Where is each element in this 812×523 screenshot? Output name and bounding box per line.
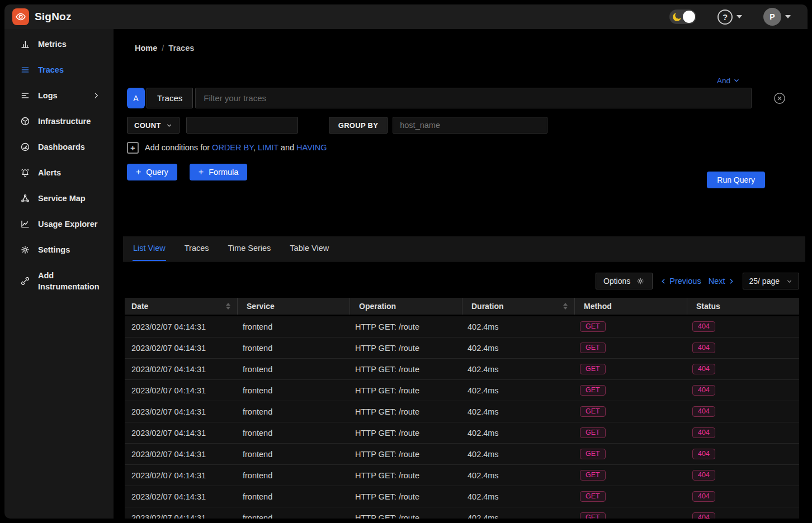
- brand[interactable]: SigNoz: [12, 8, 72, 25]
- sidebar-item-label: Service Map: [38, 193, 86, 204]
- cell-date: 2023/02/07 04:14:31: [125, 365, 237, 374]
- sidebar-item-traces[interactable]: Traces: [4, 57, 114, 83]
- cell-date: 2023/02/07 04:14:31: [125, 386, 237, 395]
- table-row[interactable]: 2023/02/07 04:14:31frontendHTTP GET: /ro…: [125, 337, 799, 359]
- method-badge: GET: [580, 470, 606, 481]
- add-conditions-icon[interactable]: +: [127, 142, 139, 154]
- instrumentation-icon: [20, 276, 30, 286]
- service-map-icon: [20, 193, 30, 203]
- caret-down-icon: [737, 15, 742, 18]
- sidebar-item-infrastructure[interactable]: Infrastructure: [4, 108, 114, 134]
- sidebar-item-add-instrumentation[interactable]: Add Instrumentation: [4, 263, 114, 299]
- cell-date: 2023/02/07 04:14:31: [125, 344, 237, 353]
- theme-toggle[interactable]: [669, 9, 696, 24]
- next-page-link[interactable]: Next: [709, 277, 735, 286]
- table-row[interactable]: 2023/02/07 04:14:31frontendHTTP GET: /ro…: [125, 465, 799, 486]
- list-toolbar: Options Previous Next 25/ page: [125, 273, 799, 289]
- logs-icon: [20, 91, 30, 101]
- cell-duration: 402.4ms: [462, 344, 574, 353]
- tab-list-view[interactable]: List View: [133, 236, 166, 261]
- cell-status: 404: [687, 512, 799, 519]
- add-formula-button[interactable]: +Formula: [190, 164, 248, 180]
- table-row[interactable]: 2023/02/07 04:14:31frontendHTTP GET: /ro…: [125, 507, 799, 519]
- sidebar-item-label: Alerts: [38, 167, 61, 178]
- order-by-link[interactable]: ORDER BY: [212, 143, 253, 152]
- status-badge: 404: [692, 385, 715, 396]
- column-header-date[interactable]: Date: [125, 298, 237, 315]
- query-letter-badge[interactable]: A: [127, 88, 145, 108]
- run-query-button[interactable]: Run Query: [707, 172, 765, 188]
- sidebar-item-dashboards[interactable]: Dashboards: [4, 134, 114, 160]
- avatar: P: [763, 8, 781, 26]
- aggregate-op-select[interactable]: COUNT: [127, 117, 180, 134]
- sort-icon[interactable]: [563, 303, 568, 310]
- cell-status: 404: [687, 470, 799, 481]
- close-circle-icon[interactable]: [773, 92, 786, 105]
- cell-method: GET: [574, 343, 687, 353]
- sidebar-item-settings[interactable]: Settings: [4, 237, 114, 263]
- combinator-select[interactable]: And: [717, 77, 740, 85]
- sidebar-item-alerts[interactable]: Alerts: [4, 160, 114, 186]
- sidebar-item-usage-explorer[interactable]: Usage Explorer: [4, 211, 114, 237]
- cell-duration: 402.4ms: [462, 450, 574, 459]
- tab-time-series[interactable]: Time Series: [228, 236, 272, 261]
- sidebar-item-logs[interactable]: Logs: [4, 83, 114, 108]
- cell-status: 404: [687, 321, 799, 332]
- trace-filter-input[interactable]: [195, 88, 752, 108]
- column-header-method: Method: [574, 298, 687, 315]
- aggregate-attribute-input[interactable]: [186, 117, 298, 134]
- group-by-label: GROUP BY: [329, 117, 388, 134]
- cell-operation: HTTP GET: /route: [350, 365, 462, 374]
- table-row[interactable]: 2023/02/07 04:14:31frontendHTTP GET: /ro…: [125, 444, 799, 465]
- breadcrumb-separator: /: [162, 44, 164, 53]
- options-button[interactable]: Options: [596, 273, 653, 289]
- tab-table-view[interactable]: Table View: [289, 236, 329, 261]
- having-link[interactable]: HAVING: [296, 143, 327, 152]
- breadcrumb-home[interactable]: Home: [135, 44, 157, 53]
- table-row[interactable]: 2023/02/07 04:14:31frontendHTTP GET: /ro…: [125, 380, 799, 401]
- column-label: Operation: [359, 302, 396, 311]
- tab-traces[interactable]: Traces: [184, 236, 210, 261]
- method-badge: GET: [580, 321, 606, 332]
- group-by-input[interactable]: [393, 117, 547, 134]
- gear-icon: [20, 245, 30, 255]
- table-row[interactable]: 2023/02/07 04:14:31frontendHTTP GET: /ro…: [125, 422, 799, 444]
- sort-icon[interactable]: [226, 303, 230, 310]
- datasource-button[interactable]: Traces: [147, 88, 193, 108]
- sidebar-item-metrics[interactable]: Metrics: [4, 31, 114, 57]
- infrastructure-icon: [20, 116, 30, 126]
- cell-date: 2023/02/07 04:14:31: [125, 492, 237, 501]
- bar-chart-icon: [20, 39, 30, 49]
- table-row[interactable]: 2023/02/07 04:14:31frontendHTTP GET: /ro…: [125, 359, 799, 380]
- status-badge: 404: [692, 343, 715, 353]
- status-badge: 404: [692, 512, 715, 519]
- column-header-duration[interactable]: Duration: [462, 298, 574, 315]
- table-row[interactable]: 2023/02/07 04:14:31frontendHTTP GET: /ro…: [125, 401, 799, 422]
- cell-status: 404: [687, 491, 799, 502]
- table-row[interactable]: 2023/02/07 04:14:31frontendHTTP GET: /ro…: [125, 486, 799, 507]
- aggregate-op-label: COUNT: [134, 121, 161, 130]
- table-row[interactable]: 2023/02/07 04:14:31frontendHTTP GET: /ro…: [125, 316, 799, 337]
- profile-menu[interactable]: P: [763, 8, 791, 26]
- previous-page-link[interactable]: Previous: [660, 277, 701, 286]
- cell-operation: HTTP GET: /route: [350, 322, 462, 331]
- query-builder: And A Traces COUNT: [125, 75, 799, 180]
- topbar-actions: ? P: [669, 8, 791, 26]
- limit-link[interactable]: LIMIT: [258, 143, 278, 152]
- column-label: Method: [584, 302, 612, 311]
- add-query-button[interactable]: +Query: [127, 164, 177, 180]
- cell-operation: HTTP GET: /route: [350, 514, 462, 519]
- sidebar: MetricsTracesLogsInfrastructureDashboard…: [4, 29, 114, 519]
- column-label: Date: [131, 302, 148, 311]
- sidebar-item-service-map[interactable]: Service Map: [4, 186, 114, 211]
- traces-table: DateServiceOperationDurationMethodStatus…: [125, 298, 799, 519]
- cell-method: GET: [574, 512, 687, 519]
- brand-name: SigNoz: [35, 11, 72, 23]
- method-badge: GET: [580, 512, 606, 519]
- cell-service: frontend: [237, 450, 350, 459]
- help-menu[interactable]: ?: [717, 9, 742, 25]
- cell-status: 404: [687, 449, 799, 459]
- signoz-logo-icon: [12, 8, 29, 25]
- cell-date: 2023/02/07 04:14:31: [125, 471, 237, 480]
- page-size-select[interactable]: 25/ page: [743, 273, 800, 289]
